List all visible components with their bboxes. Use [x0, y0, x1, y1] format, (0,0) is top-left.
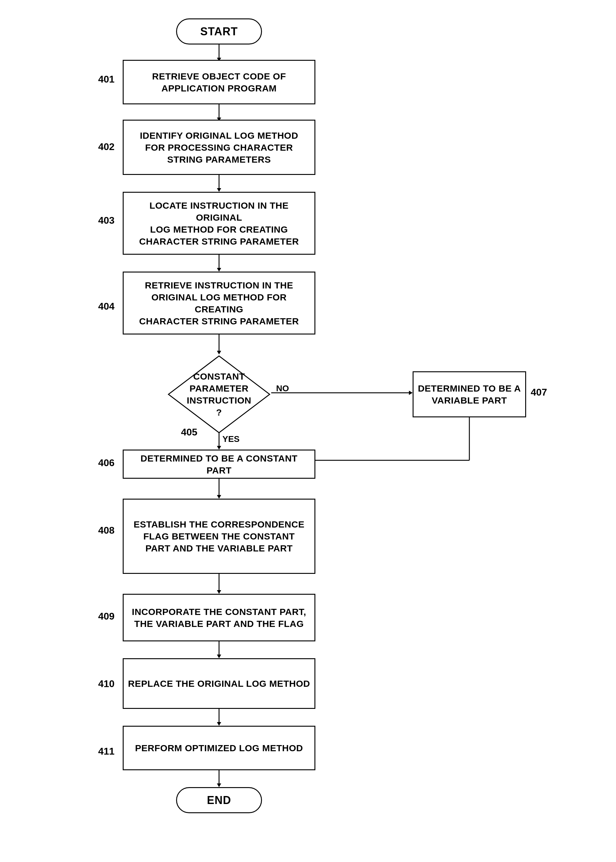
step-label-410: 410	[98, 678, 115, 689]
node-406: DETERMINED TO BE A CONSTANT PART	[123, 450, 315, 479]
end-terminal: END	[176, 787, 262, 813]
svg-marker-11	[217, 446, 221, 450]
node-402: IDENTIFY ORIGINAL LOG METHOD FOR PROCESS…	[123, 120, 315, 175]
node-406-text: DETERMINED TO BE A CONSTANT PART	[127, 452, 311, 476]
svg-marker-22	[217, 654, 221, 658]
node-403: LOCATE INSTRUCTION IN THE ORIGINAL LOG M…	[123, 192, 315, 255]
node-411-text: PERFORM OPTIMIZED LOG METHOD	[135, 742, 303, 754]
step-label-408: 408	[98, 525, 115, 536]
diagram-container: START 401 RETRIEVE OBJECT CODE OF APPLIC…	[0, 0, 616, 862]
step-label-404: 404	[98, 301, 115, 312]
node-409-text: INCORPORATE THE CONSTANT PART, THE VARIA…	[132, 606, 306, 630]
node-408: ESTABLISH THE CORRESPONDENCE FLAG BETWEE…	[123, 499, 315, 574]
node-407: DETERMINED TO BE A VARIABLE PART	[413, 371, 526, 417]
svg-marker-5	[217, 188, 221, 192]
node-404: RETRIEVE INSTRUCTION IN THE ORIGINAL LOG…	[123, 272, 315, 335]
node-401: RETRIEVE OBJECT CODE OF APPLICATION PROG…	[123, 60, 315, 104]
svg-marker-18	[217, 495, 221, 499]
node-410: REPLACE THE ORIGINAL LOG METHOD	[123, 658, 315, 709]
node-408-text: ESTABLISH THE CORRESPONDENCE FLAG BETWEE…	[134, 518, 305, 554]
node-404-text: RETRIEVE INSTRUCTION IN THE ORIGINAL LOG…	[127, 279, 311, 327]
svg-marker-13	[409, 391, 413, 395]
svg-marker-20	[217, 590, 221, 594]
node-405-text: CONSTANT PARAMETER INSTRUCTION ?	[187, 370, 251, 418]
node-403-text: LOCATE INSTRUCTION IN THE ORIGINAL LOG M…	[127, 200, 311, 247]
svg-marker-26	[217, 783, 221, 787]
yes-label: YES	[222, 434, 240, 444]
node-405: CONSTANT PARAMETER INSTRUCTION ?	[167, 354, 271, 434]
step-label-403: 403	[98, 215, 115, 226]
step-label-405: 405	[181, 426, 197, 438]
node-401-text: RETRIEVE OBJECT CODE OF APPLICATION PROG…	[152, 70, 286, 94]
step-label-401: 401	[98, 74, 115, 85]
svg-marker-24	[217, 722, 221, 726]
step-label-402: 402	[98, 141, 115, 153]
node-409: INCORPORATE THE CONSTANT PART, THE VARIA…	[123, 594, 315, 641]
step-label-411: 411	[98, 746, 115, 757]
step-label-406: 406	[98, 457, 115, 469]
start-label: START	[200, 25, 238, 38]
svg-marker-7	[217, 268, 221, 272]
node-410-text: REPLACE THE ORIGINAL LOG METHOD	[128, 678, 310, 689]
start-terminal: START	[176, 19, 262, 44]
svg-marker-9	[217, 351, 221, 354]
no-label: NO	[276, 384, 289, 393]
step-label-407: 407	[531, 387, 547, 398]
step-label-409: 409	[98, 611, 115, 622]
node-407-text: DETERMINED TO BE A VARIABLE PART	[418, 382, 521, 406]
end-label: END	[207, 794, 231, 807]
node-402-text: IDENTIFY ORIGINAL LOG METHOD FOR PROCESS…	[140, 129, 298, 165]
node-411: PERFORM OPTIMIZED LOG METHOD	[123, 726, 315, 770]
